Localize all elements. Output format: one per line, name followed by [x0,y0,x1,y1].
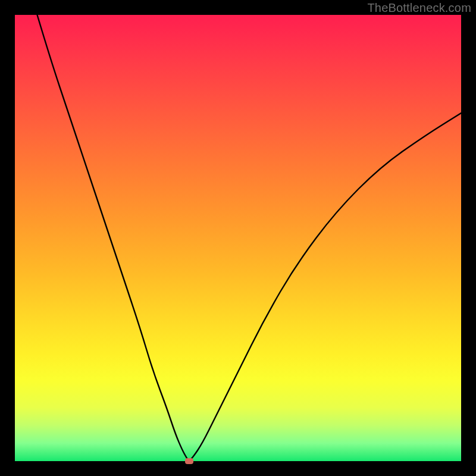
bottleneck-curve [15,15,461,461]
watermark-label: TheBottleneck.com [367,1,471,15]
minimum-marker [185,458,193,464]
chart-frame: TheBottleneck.com [0,0,476,476]
plot-area [15,15,461,461]
